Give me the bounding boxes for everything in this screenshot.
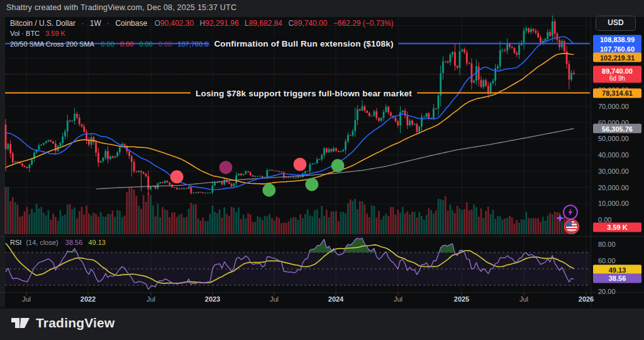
price-axis-label: 10,000.00 xyxy=(598,200,629,207)
price-axis-label: 50,000.00 xyxy=(598,135,629,142)
exchange-label: Coinbase xyxy=(115,19,147,28)
price-axis-label: 40,000.00 xyxy=(598,151,629,159)
time-axis-label: Jul xyxy=(22,295,31,303)
open-value: 90,402.30 xyxy=(160,19,194,28)
sma-cross-signal-dot xyxy=(219,161,233,174)
rsi-axis-label: 80.00 xyxy=(598,241,616,248)
chart-canvas[interactable] xyxy=(0,0,644,340)
rsi-value: 38.56 xyxy=(65,239,83,246)
layer-sma xyxy=(6,37,574,190)
symbol-legend-row: Bitcoin / U.S. Dollar · 1W · Coinbase O9… xyxy=(10,18,394,28)
time-axis-label: 2022 xyxy=(80,295,96,303)
time-axis-label: 2024 xyxy=(328,295,343,303)
price-axis-badge: 3.59 K xyxy=(593,222,641,232)
price-axis-badge: 89,740.006d 9h xyxy=(593,66,641,83)
tradingview-logo[interactable]: TradingView xyxy=(11,315,115,331)
tradingview-logo-text: TradingView xyxy=(36,315,115,331)
time-axis-label: 2026 xyxy=(579,295,594,303)
time-axis-label: Jul xyxy=(394,295,402,303)
price-axis-label: 70,000.00 xyxy=(598,103,629,110)
tradingview-chart-page: { "topbar": {"watermark": "Shattry creat… xyxy=(0,0,644,340)
price-axis-badge: 56,305.76 xyxy=(593,124,641,133)
volume-legend-row: Vol · BTC 3.59 K xyxy=(10,28,394,38)
rsi-legend: RSI (14, close) 38.56 49.13 xyxy=(10,239,106,246)
time-axis-label: Jul xyxy=(147,295,155,303)
bull-annotation[interactable]: Confirmation of Bull Run extension ($108… xyxy=(209,39,398,48)
time-axis-label: Jul xyxy=(519,295,528,303)
time-axis-label: 2023 xyxy=(205,295,220,303)
sma-cross-signal-dot xyxy=(262,183,275,196)
price-axis-badge: 102,219.31 xyxy=(593,53,641,62)
layer-vol xyxy=(5,187,575,234)
sma-cross-signal-dot xyxy=(293,158,306,171)
sma-cross-signal-dot xyxy=(331,159,345,173)
price-axis-badge: 108,838.99 xyxy=(593,35,641,44)
sma20-value: 107,760.60 xyxy=(177,40,212,48)
time-axis-label: Jul xyxy=(270,295,279,303)
volume-value: 3.59 K xyxy=(45,30,65,37)
low-value: 89,682.84 xyxy=(249,19,282,28)
price-axis-label: 20,000.00 xyxy=(598,184,629,191)
price-axis-badge: 107,760.60 xyxy=(593,44,641,54)
sma-cross-signal-dot xyxy=(305,178,318,191)
layer-grid xyxy=(5,18,590,292)
bear-annotation[interactable]: Losing $78k support triggers full-blown … xyxy=(191,88,417,98)
economic-event-flag-icon[interactable] xyxy=(564,218,580,235)
close-value: 89,740.00 xyxy=(294,19,327,28)
price-axis-label: 30,000.00 xyxy=(598,167,629,175)
rsi-ma-value: 49.13 xyxy=(88,239,106,246)
layer-gutter xyxy=(0,17,5,307)
sma-cross-signal-dot xyxy=(170,170,184,183)
time-axis-label: 2025 xyxy=(454,295,469,303)
rsi-axis-label: 20.00 xyxy=(598,288,616,295)
tradingview-logo-icon xyxy=(11,315,30,331)
rsi-axis-badge: 38.56 xyxy=(593,273,641,283)
price-axis-badge: 78,314.61 xyxy=(593,88,641,98)
rsi-axis-label: 60.00 xyxy=(598,257,616,264)
interval-label: 1W xyxy=(90,19,101,28)
high-value: 92,291.96 xyxy=(205,19,238,28)
currency-toggle-button[interactable]: USD xyxy=(596,16,636,31)
symbol-title: Bitcoin / U.S. Dollar xyxy=(10,19,75,28)
change-value: −662.29 (−0.73%) xyxy=(333,19,394,28)
